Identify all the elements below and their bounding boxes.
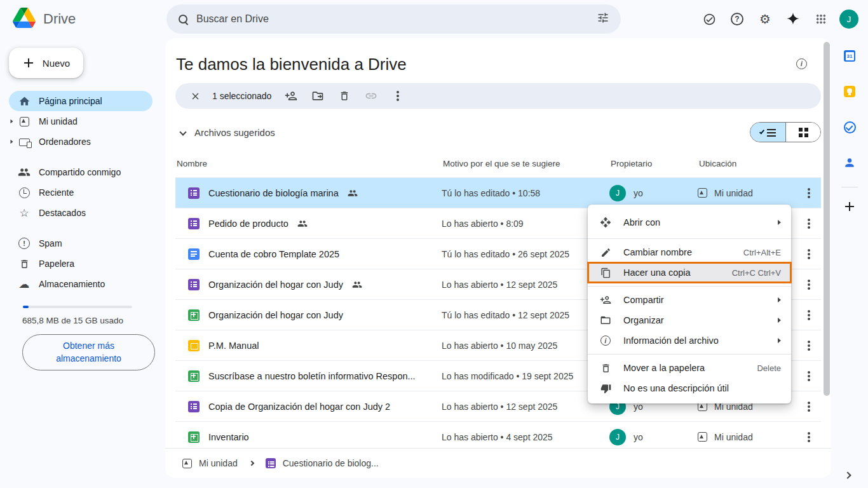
collapse-panel-icon[interactable] bbox=[844, 471, 851, 478]
row-more-options-icon[interactable] bbox=[796, 222, 821, 225]
collapse-section-icon[interactable] bbox=[179, 128, 186, 135]
menu-item-move-to-trash[interactable]: Mover a la papelera Delete bbox=[588, 358, 791, 378]
row-more-options-icon[interactable] bbox=[796, 436, 821, 438]
submenu-arrow-icon bbox=[778, 220, 781, 225]
shared-with-me-icon bbox=[17, 166, 31, 179]
section-title: Archivos sugeridos bbox=[194, 127, 275, 138]
open-with-icon bbox=[599, 217, 612, 228]
sidebar-item-my-drive[interactable]: Mi unidad bbox=[9, 111, 153, 132]
get-link-icon[interactable] bbox=[358, 85, 384, 107]
table-row[interactable]: Cuestionario de biología marina Tú lo ha… bbox=[175, 177, 821, 208]
menu-item-organize[interactable]: Organizar bbox=[588, 310, 791, 330]
trash-icon bbox=[17, 259, 31, 269]
trash-icon bbox=[599, 363, 612, 374]
file-type-icon bbox=[188, 340, 200, 351]
row-more-options-icon[interactable] bbox=[796, 314, 821, 316]
my-drive-icon bbox=[698, 188, 707, 198]
scrollbar[interactable] bbox=[824, 42, 830, 396]
submenu-arrow-icon bbox=[778, 297, 781, 302]
settings-gear-icon[interactable]: ⚙ bbox=[751, 6, 779, 32]
offline-status-icon[interactable] bbox=[695, 6, 723, 32]
menu-item-file-info[interactable]: i Información del archivo bbox=[588, 330, 791, 351]
row-more-options-icon[interactable] bbox=[796, 253, 821, 255]
menu-item-make-copy[interactable]: Hacer una copia Ctrl+C Ctrl+V bbox=[588, 262, 791, 283]
copy-icon bbox=[599, 268, 612, 278]
row-more-options-icon[interactable] bbox=[796, 344, 821, 347]
more-actions-icon[interactable] bbox=[384, 85, 411, 107]
get-more-storage-button[interactable]: Obtener más almacenamiento bbox=[22, 334, 155, 370]
row-more-options-icon[interactable] bbox=[796, 405, 821, 408]
account-avatar[interactable]: J bbox=[835, 6, 863, 32]
sidebar-item-label: Papelera bbox=[39, 259, 74, 269]
file-name: Inventario bbox=[208, 432, 249, 442]
sidebar-item-computers[interactable]: Ordenadores bbox=[9, 132, 153, 152]
sidebar: Nuevo Página principal Mi unidad Ordenad… bbox=[0, 38, 163, 488]
info-icon[interactable]: i bbox=[796, 58, 807, 69]
file-name: Pedido de producto bbox=[208, 219, 288, 229]
menu-item-share[interactable]: Compartir bbox=[588, 290, 791, 310]
expand-arrow-icon[interactable] bbox=[11, 119, 13, 123]
selection-count: 1 seleccionado bbox=[212, 91, 271, 101]
file-name: Copia de Organización del hogar con Judy… bbox=[208, 402, 390, 412]
menu-item-open-with[interactable]: Abrir con bbox=[588, 210, 791, 235]
file-name: Cuenta de cobro Template 2025 bbox=[208, 249, 339, 259]
list-view-button[interactable] bbox=[750, 123, 785, 142]
main-panel: Te damos la bienvenida a Drive i 1 selec… bbox=[165, 38, 831, 478]
gemini-icon[interactable] bbox=[779, 6, 807, 32]
move-to-folder-icon[interactable] bbox=[304, 85, 331, 107]
owner-avatar: J bbox=[609, 429, 626, 445]
file-type-icon bbox=[188, 279, 200, 290]
calendar-icon[interactable]: 31 bbox=[831, 38, 868, 74]
search-bar[interactable] bbox=[166, 4, 621, 34]
keep-icon[interactable] bbox=[831, 74, 868, 109]
shared-people-icon bbox=[352, 280, 362, 290]
breadcrumb: Mi unidad Cuestionario de biolog... bbox=[165, 448, 831, 478]
file-name: Organización del hogar con Judy bbox=[208, 310, 343, 320]
sidebar-item-recent[interactable]: Reciente bbox=[9, 182, 153, 203]
file-type-icon bbox=[188, 370, 200, 382]
suggestion-reason: Tú lo has editado • 12 sept 2025 bbox=[442, 310, 609, 320]
expand-arrow-icon[interactable] bbox=[11, 140, 13, 144]
search-options-icon[interactable] bbox=[597, 11, 609, 27]
new-button[interactable]: Nuevo bbox=[9, 48, 83, 78]
menu-item-not-useful[interactable]: No es una descripción útil bbox=[588, 378, 791, 398]
share-icon[interactable] bbox=[278, 85, 304, 107]
row-more-options-icon[interactable] bbox=[796, 375, 821, 377]
search-input[interactable] bbox=[196, 13, 597, 25]
google-apps-icon[interactable] bbox=[807, 6, 835, 32]
drive-logo[interactable]: Drive bbox=[0, 8, 163, 30]
search-icon[interactable] bbox=[178, 14, 189, 25]
spam-icon: ! bbox=[17, 238, 31, 249]
side-panel-rail: 31 bbox=[831, 38, 868, 488]
sidebar-item-storage[interactable]: ☁ Almacenamiento bbox=[9, 274, 153, 294]
trash-icon[interactable] bbox=[331, 85, 358, 107]
suggestion-reason: Tú lo has editado • 10:58 bbox=[442, 188, 609, 198]
pencil-icon bbox=[599, 247, 612, 258]
clear-selection-icon[interactable] bbox=[187, 85, 203, 107]
tasks-icon[interactable] bbox=[831, 109, 868, 145]
add-panel-icon[interactable] bbox=[831, 194, 868, 219]
suggestion-reason: Tú lo has editado • 26 sept 2025 bbox=[442, 249, 609, 259]
sidebar-item-trash[interactable]: Papelera bbox=[9, 254, 153, 274]
row-more-options-icon[interactable] bbox=[796, 283, 821, 286]
menu-item-rename[interactable]: Cambiar nombre Ctrl+Alt+E bbox=[588, 242, 791, 262]
breadcrumb-root[interactable]: Mi unidad bbox=[199, 458, 238, 468]
breadcrumb-file[interactable]: Cuestionario de biolog... bbox=[283, 458, 379, 468]
sidebar-item-shared-with-me[interactable]: Compartido conmigo bbox=[9, 162, 153, 182]
row-more-options-icon[interactable] bbox=[796, 192, 821, 194]
sidebar-item-home[interactable]: Página principal bbox=[9, 91, 153, 111]
table-row[interactable]: Inventario Lo has abierto • 4 sept 2025 … bbox=[175, 421, 821, 452]
selection-toolbar: 1 seleccionado bbox=[175, 83, 821, 109]
contacts-icon[interactable] bbox=[831, 145, 868, 180]
help-icon[interactable]: ? bbox=[723, 6, 751, 32]
grid-view-button[interactable] bbox=[785, 123, 820, 142]
shortcut-label: Ctrl+C Ctrl+V bbox=[732, 268, 781, 278]
shared-people-icon bbox=[297, 219, 308, 229]
sidebar-item-starred[interactable]: ☆ Destacados bbox=[9, 203, 153, 223]
file-type-icon bbox=[188, 401, 200, 412]
home-icon bbox=[17, 95, 31, 107]
folder-icon bbox=[599, 315, 612, 326]
sidebar-item-label: Mi unidad bbox=[39, 116, 78, 126]
file-type-icon bbox=[188, 248, 200, 260]
sidebar-item-spam[interactable]: ! Spam bbox=[9, 233, 153, 254]
